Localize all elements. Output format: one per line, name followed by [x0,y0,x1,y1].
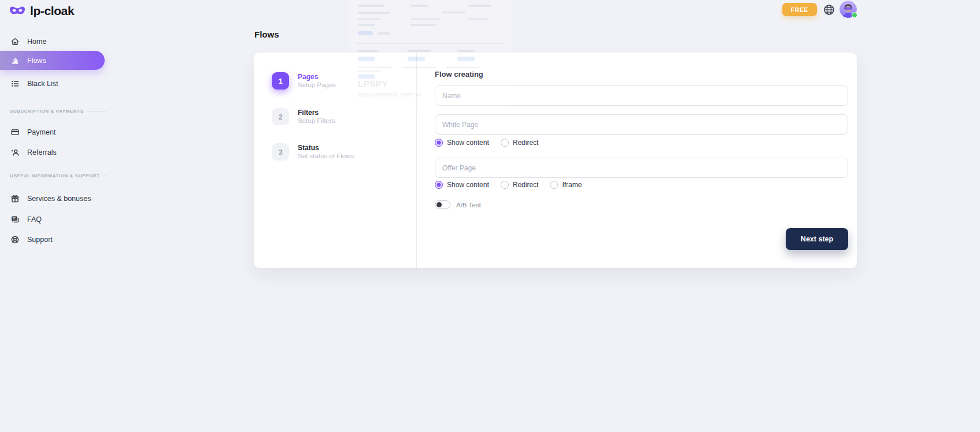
radio-offer-redirect[interactable]: Redirect [501,181,539,189]
radio-dot [501,181,509,189]
page-title: Flows [254,29,279,39]
radio-dot [435,181,443,189]
sidebar-item-label: Flows [27,57,46,65]
step-title: Pages [298,72,336,81]
sidebar-item-support[interactable]: Support [0,230,105,249]
person-add-icon [10,148,20,157]
wizard-step-filters[interactable]: 2 Filters Setup Filters [272,108,335,125]
sidebar-item-black-list[interactable]: Black List [0,74,105,93]
sidebar-item-services-bonuses[interactable]: Services & bonuses [0,189,105,208]
online-status-dot [852,12,857,18]
offer-page-mode-radios: Show content Redirect Iframe [435,180,582,189]
sidebar: lp-cloak Home Flows Black List SUBSCRIPT… [0,0,116,432]
sidebar-item-faq[interactable]: ?! FAQ [0,210,105,229]
step-subtitle: Setup Filters [298,117,335,125]
sidebar-item-label: Support [27,236,53,244]
sidebar-item-label: Referrals [27,148,57,157]
sidebar-item-flows[interactable]: Flows [0,51,105,70]
form-title: Flow creating [435,70,483,79]
section-useful-info-support: USEFUL INFORMATION & SUPPORT [0,173,107,178]
step-title: Status [298,143,354,152]
radio-dot [435,139,443,147]
gift-icon [10,194,20,203]
sidebar-item-label: Payment [27,128,56,136]
white-page-mode-radios: Show content Redirect [435,138,538,147]
sidebar-item-home[interactable]: Home [0,32,105,51]
app-name: lp-cloak [30,4,74,18]
step-number-badge: 3 [272,143,289,161]
mask-icon [9,5,25,17]
sidebar-item-referrals[interactable]: Referrals [0,143,105,162]
globe-icon [823,4,835,16]
wizard-step-status[interactable]: 3 Status Set status of Flows [272,143,354,161]
sidebar-item-label: Home [27,38,46,46]
app-logo[interactable]: lp-cloak [9,4,74,18]
list-icon [10,79,20,88]
flow-wizard-card: 1 Pages Setup Pages 2 Filters Setup Filt… [254,53,857,268]
language-globe-button[interactable] [823,4,835,16]
step-title: Filters [298,108,335,117]
stack-icon [10,56,20,65]
offer-page-input[interactable] [435,158,848,178]
sidebar-item-label: Services & bonuses [27,195,91,203]
radio-offer-iframe[interactable]: Iframe [550,181,582,189]
flow-name-input[interactable] [435,85,848,106]
radio-white-show-content[interactable]: Show content [435,139,489,147]
sidebar-item-label: Black List [27,80,58,88]
ab-test-toggle[interactable] [435,200,450,209]
sidebar-item-label: FAQ [27,215,42,224]
svg-text:?!: ?! [13,217,16,220]
step-number-badge: 1 [272,72,289,90]
radio-white-redirect[interactable]: Redirect [501,139,539,147]
next-step-button[interactable]: Next step [786,228,848,250]
step-subtitle: Set status of Flows [298,152,354,160]
section-subscription-payments: SUBSCRIPTION & PAYMENTS [0,109,107,114]
radio-dot [550,181,558,189]
white-page-input[interactable] [435,114,848,135]
wizard-step-pages[interactable]: 1 Pages Setup Pages [272,72,336,90]
sidebar-item-payment[interactable]: Payment [0,122,105,141]
ab-test-toggle-row[interactable]: A/B Test [435,200,481,209]
step-number-badge: 2 [272,108,289,125]
credit-card-icon [10,128,20,137]
toggle-knob [437,202,442,207]
radio-dot [501,139,509,147]
lifebuoy-icon [10,235,20,244]
ab-test-label: A/B Test [456,202,481,208]
step-subtitle: Setup Pages [298,81,336,89]
chat-question-icon: ?! [10,215,20,224]
plan-badge-free[interactable]: FREE [782,3,817,16]
home-icon [10,37,20,46]
radio-offer-show-content[interactable]: Show content [435,181,489,189]
card-divider [416,53,417,268]
